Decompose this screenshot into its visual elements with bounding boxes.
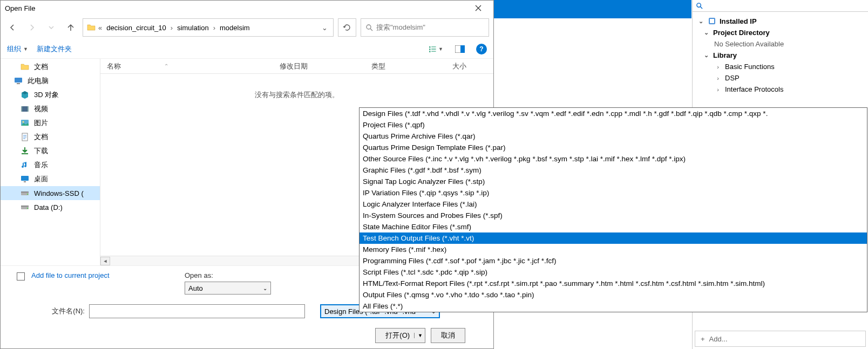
view-options[interactable]: ▼ bbox=[429, 43, 444, 56]
svg-rect-1 bbox=[429, 46, 431, 47]
filetype-option[interactable]: Quartus Prime Design Template Files (*.p… bbox=[360, 142, 867, 153]
filetype-option[interactable]: In-System Sources and Probes Files (*.sp… bbox=[360, 210, 867, 221]
svg-point-0 bbox=[367, 25, 371, 29]
project-directory-node[interactable]: ⌄ Project Directory bbox=[693, 27, 868, 38]
sidebar-item[interactable]: 3D 对象 bbox=[1, 88, 100, 102]
add-to-project-label: Add file to current project bbox=[31, 271, 139, 279]
sidebar-item[interactable]: 文档 bbox=[1, 60, 100, 74]
svg-rect-25 bbox=[710, 19, 714, 23]
sidebar-item[interactable]: 图片 bbox=[1, 116, 100, 130]
expand-icon: ⌄ bbox=[702, 29, 710, 36]
column-size[interactable]: 大小 bbox=[446, 61, 473, 71]
filename-input[interactable] bbox=[89, 304, 305, 318]
docfolder-icon bbox=[20, 62, 30, 72]
filetype-option[interactable]: Project Files (*.qpf) bbox=[360, 119, 867, 131]
sidebar-item[interactable]: Windows-SSD ( bbox=[1, 186, 100, 200]
filetype-option[interactable]: IP Variation Files (*.qip *.qsys *.sip *… bbox=[360, 187, 867, 199]
chevron-down-icon[interactable]: ▼ bbox=[414, 333, 423, 338]
sidebar: 文档此电脑3D 对象视频图片文档下载音乐桌面Windows-SSD (Data … bbox=[1, 59, 100, 265]
filetype-option[interactable]: State Machine Editor Files (*.smf) bbox=[360, 221, 867, 232]
sidebar-item[interactable]: 文档 bbox=[1, 130, 100, 144]
filetype-option[interactable]: Other Source Files (*.inc *.v *.vlg *.vh… bbox=[360, 153, 867, 165]
cancel-button[interactable]: 取消 bbox=[431, 328, 465, 343]
svg-rect-7 bbox=[17, 83, 20, 84]
arrow-up-icon bbox=[67, 24, 74, 31]
filetype-option[interactable]: Memory Files (*.mif *.hex) bbox=[360, 244, 867, 255]
filetype-option[interactable]: Script Files (*.tcl *.sdc *.pdc *.qip *.… bbox=[360, 266, 867, 278]
column-date[interactable]: 修改日期 bbox=[273, 61, 365, 71]
3d-icon bbox=[20, 90, 30, 100]
search-input[interactable]: 搜索"modelsim" bbox=[361, 18, 489, 37]
sidebar-item[interactable]: 此电脑 bbox=[1, 74, 100, 88]
new-folder-button[interactable]: 新建文件夹 bbox=[37, 44, 72, 54]
sidebar-item[interactable]: 音乐 bbox=[1, 158, 100, 172]
filetype-option[interactable]: Graphic Files (*.gdf *.bdf *.bsf *.sym) bbox=[360, 165, 867, 176]
sidebar-item[interactable]: 桌面 bbox=[1, 172, 100, 186]
toolbar: 组织 ▼ 新建文件夹 ▼ ? bbox=[1, 39, 493, 59]
recent-dropdown[interactable] bbox=[44, 20, 59, 35]
add-ip-button[interactable]: + Add... bbox=[695, 331, 866, 347]
chevron-right-icon: › bbox=[714, 86, 722, 93]
library-node[interactable]: ⌄ Library bbox=[693, 50, 868, 61]
sidebar-item[interactable]: Data (D:) bbox=[1, 200, 100, 214]
forward-button[interactable] bbox=[24, 20, 39, 35]
installed-ip-node[interactable]: ⌄ Installed IP bbox=[693, 15, 868, 27]
filetype-option[interactable]: Design Files (*.tdf *.vhd *.vhdl *.v *.v… bbox=[360, 108, 867, 119]
filetype-dropdown-list: Design Files (*.tdf *.vhd *.vhdl *.v *.v… bbox=[359, 107, 867, 312]
preview-pane-toggle[interactable] bbox=[452, 43, 467, 56]
svg-rect-9 bbox=[21, 106, 22, 112]
drive-icon bbox=[20, 202, 30, 212]
filetype-option[interactable]: Logic Analyzer Interface Files (*.lai) bbox=[360, 199, 867, 210]
list-view-icon bbox=[429, 45, 437, 53]
chevron-down-icon: ⌄ bbox=[263, 285, 267, 291]
open-button[interactable]: 打开(O) ▼ bbox=[375, 328, 425, 343]
organize-menu[interactable]: 组织 ▼ bbox=[7, 44, 28, 54]
sidebar-item[interactable]: 下载 bbox=[1, 144, 100, 158]
svg-point-12 bbox=[23, 121, 24, 123]
svg-point-23 bbox=[697, 3, 701, 7]
sidebar-item[interactable]: 视频 bbox=[1, 102, 100, 116]
sort-indicator-icon: ⌃ bbox=[164, 63, 168, 69]
ip-search-input[interactable] bbox=[693, 0, 868, 12]
filetype-option[interactable]: Programming Files (*.cdf *.sof *.pof *.j… bbox=[360, 255, 867, 266]
add-to-project-checkbox[interactable] bbox=[17, 272, 25, 280]
svg-rect-2 bbox=[429, 49, 431, 50]
column-type[interactable]: 类型 bbox=[365, 61, 446, 71]
open-as-select[interactable]: Auto ⌄ bbox=[185, 282, 271, 295]
breadcrumb-item[interactable]: modelsim bbox=[218, 23, 252, 33]
music-icon bbox=[20, 160, 30, 170]
open-as-label: Open as: bbox=[185, 271, 271, 279]
help-button[interactable]: ? bbox=[476, 44, 487, 54]
library-item[interactable]: ›Basic Functions bbox=[693, 61, 868, 72]
svg-rect-5 bbox=[460, 45, 465, 53]
refresh-button[interactable] bbox=[338, 18, 356, 37]
scroll-left-icon[interactable]: ◄ bbox=[100, 257, 110, 265]
arrow-left-icon bbox=[9, 24, 16, 31]
expand-icon: ⌄ bbox=[702, 52, 710, 59]
library-item[interactable]: ›Interface Protocols bbox=[693, 84, 868, 95]
doc-icon bbox=[20, 132, 30, 142]
filetype-option[interactable]: Quartus Prime Archive Files (*.qar) bbox=[360, 131, 867, 142]
chevron-right-icon: › bbox=[714, 64, 722, 70]
column-name[interactable]: 名称⌃ bbox=[100, 61, 273, 71]
refresh-icon bbox=[343, 23, 351, 32]
svg-rect-6 bbox=[15, 78, 22, 83]
address-dropdown[interactable]: ⌄ bbox=[319, 24, 330, 32]
expand-icon: ⌄ bbox=[697, 18, 704, 25]
filetype-option[interactable]: Output Files (*.qmsg *.vo *.vho *.tdo *.… bbox=[360, 289, 867, 300]
filetype-option[interactable]: All Files (*.*) bbox=[360, 300, 867, 312]
svg-rect-15 bbox=[21, 176, 29, 181]
filetype-option[interactable]: Signal Tap Logic Analyzer Files (*.stp) bbox=[360, 176, 867, 187]
breadcrumb-item[interactable]: simulation bbox=[175, 23, 211, 33]
back-button[interactable] bbox=[5, 20, 20, 35]
up-button[interactable] bbox=[63, 20, 78, 35]
filetype-option[interactable]: Test Bench Output Files (*.vht *.vt) bbox=[360, 232, 867, 244]
filetype-option[interactable]: HTML/Text-Format Report Files (*.rpt *.c… bbox=[360, 278, 867, 289]
search-icon bbox=[696, 2, 703, 9]
address-bar[interactable]: « decision_circuit_10 › simulation › mod… bbox=[83, 18, 334, 37]
library-item[interactable]: ›DSP bbox=[693, 72, 868, 84]
plus-icon: + bbox=[701, 335, 705, 343]
search-placeholder: 搜索"modelsim" bbox=[376, 23, 425, 32]
close-button[interactable] bbox=[467, 1, 489, 16]
breadcrumb-item[interactable]: decision_circuit_10 bbox=[104, 23, 168, 33]
